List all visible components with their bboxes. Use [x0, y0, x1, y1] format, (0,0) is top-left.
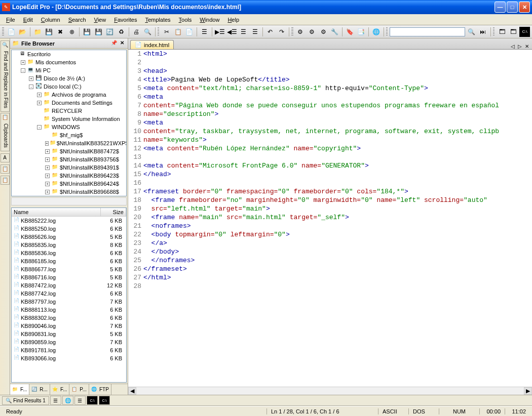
file-row[interactable]: 📄KB885626.log5 KB: [12, 233, 126, 241]
tab-prev-icon[interactable]: ◁: [510, 44, 516, 49]
file-row[interactable]: 📄KB888113.log6 KB: [12, 306, 126, 314]
tree-node[interactable]: +📁Documents and Settings: [12, 99, 126, 107]
save-disk-icon[interactable]: 💾: [82, 27, 92, 37]
expand-icon[interactable]: -: [21, 68, 25, 73]
mini-vtab-0[interactable]: A: [1, 153, 10, 162]
file-row[interactable]: 📄KB885836.log6 KB: [12, 249, 126, 257]
editor-tab[interactable]: 📄 index.html: [130, 40, 174, 49]
file-row[interactable]: 📄KB885222.log6 KB: [12, 217, 126, 225]
menu-view[interactable]: View: [90, 16, 110, 24]
paste-icon[interactable]: 📄: [184, 27, 195, 37]
tool-1-icon[interactable]: ⚙: [295, 27, 306, 37]
list-icon[interactable]: ☰: [199, 27, 210, 37]
undo-icon[interactable]: ↶: [265, 27, 276, 37]
menu-window[interactable]: Window: [196, 16, 223, 24]
toolbar-grip[interactable]: [493, 27, 495, 36]
bottom-btn-3-icon[interactable]: ☰: [74, 396, 86, 405]
expand-icon[interactable]: +: [45, 182, 50, 186]
maximize-button[interactable]: □: [507, 2, 518, 13]
menu-edit[interactable]: Edit: [19, 16, 37, 24]
browser-icon[interactable]: 🌐: [371, 27, 382, 37]
file-row[interactable]: 📄KB885835.log8 KB: [12, 241, 126, 249]
sidebar-tab-1[interactable]: 🔄R...: [29, 384, 50, 395]
tree-node[interactable]: +📁$NtUninstallKB835221WXP$: [12, 139, 126, 147]
tree-node[interactable]: +📁$NtUninstallKB893756$: [12, 155, 126, 163]
tool-2-icon[interactable]: ⚙: [307, 27, 317, 37]
bottom-btn-2-icon[interactable]: 🌐: [62, 396, 73, 405]
code-text[interactable]: <html> <head><title>Pagina Web de LopeSo…: [143, 50, 532, 387]
expand-icon[interactable]: +: [37, 101, 42, 105]
outdent-icon[interactable]: ◀☰: [226, 27, 238, 37]
file-row[interactable]: 📄KB886185.log6 KB: [12, 257, 126, 265]
menu-help[interactable]: Help: [223, 16, 243, 24]
file-row[interactable]: 📄KB886677.log5 KB: [12, 265, 126, 273]
expand-icon[interactable]: +: [45, 165, 50, 170]
file-row[interactable]: 📄KB887797.log7 KB: [12, 298, 126, 306]
expand-icon[interactable]: +: [45, 190, 50, 194]
file-row[interactable]: 📄KB891781.log6 KB: [12, 346, 126, 354]
scroll-right-icon[interactable]: ▶: [524, 387, 532, 395]
expand-icon[interactable]: +: [21, 60, 25, 65]
bookmark-nav-icon[interactable]: 📑: [356, 27, 366, 37]
window-1-icon[interactable]: 🗔: [497, 27, 507, 37]
menu-column[interactable]: Column: [37, 16, 64, 24]
menu-templates[interactable]: Templates: [141, 16, 174, 24]
tree-node[interactable]: +📁$NtUninstallKB894391$: [12, 163, 126, 172]
bookmark-icon[interactable]: 🔖: [345, 27, 355, 37]
tab-next-icon[interactable]: ▷: [517, 44, 523, 49]
file-row[interactable]: 📄KB890859.log7 KB: [12, 338, 126, 346]
bottom-terminal-2-icon[interactable]: C:\: [99, 396, 110, 405]
vtab-find-and-replace-in-files[interactable]: 🔍Find and Replace in Files: [1, 40, 10, 112]
tree-node[interactable]: 📁$hf_mig$: [12, 131, 126, 139]
menu-favorites[interactable]: Favorites: [110, 16, 141, 24]
toolbar-grip[interactable]: [158, 27, 160, 36]
col-name[interactable]: Name: [12, 208, 101, 216]
expand-icon[interactable]: -: [29, 85, 33, 89]
file-row[interactable]: 📄KB885250.log6 KB: [12, 225, 126, 233]
menu-file[interactable]: File: [2, 16, 19, 24]
vtab-clipboards[interactable]: 📋Clipboards: [1, 113, 10, 151]
redo-icon[interactable]: ↷: [276, 27, 287, 37]
bottom-terminal-1-icon[interactable]: C:\: [87, 396, 98, 405]
file-row[interactable]: 📄KB890046.log7 KB: [12, 322, 126, 330]
save-icon[interactable]: 💾: [44, 27, 54, 37]
tree-node[interactable]: 🖥Escritorio: [12, 50, 126, 58]
file-row[interactable]: 📄KB887742.log6 KB: [12, 289, 126, 298]
find-icon[interactable]: 🔍: [466, 27, 477, 37]
reload-icon[interactable]: ♻: [116, 27, 127, 37]
close-all-icon[interactable]: ⊗: [67, 27, 78, 37]
print-icon[interactable]: 🖨: [131, 27, 141, 37]
tree-node[interactable]: +📁$NtUninstallKB896423$: [12, 172, 126, 180]
indent-icon[interactable]: ▶☰: [214, 27, 225, 37]
file-row[interactable]: 📄KB893066.log6 KB: [12, 354, 126, 362]
mini-vtab-2[interactable]: 📋: [1, 176, 10, 185]
expand-icon[interactable]: +: [29, 76, 33, 81]
sidebar-tab-4[interactable]: 🌐FTP: [89, 384, 111, 395]
toolbar-grip[interactable]: [291, 27, 293, 36]
uncomment-icon[interactable]: ☰: [250, 27, 260, 37]
expand-icon[interactable]: +: [37, 93, 42, 97]
tree-node[interactable]: +📁$NtUninstallKB887472$: [12, 147, 126, 155]
expand-icon[interactable]: +: [45, 174, 50, 178]
tree-node[interactable]: 📁System Volume Information: [12, 115, 126, 123]
tree-node[interactable]: +📁Archivos de programa: [12, 91, 126, 99]
scroll-left-icon[interactable]: ◀: [128, 387, 136, 395]
file-row[interactable]: 📄KB890831.log5 KB: [12, 330, 126, 338]
toolbar-grip[interactable]: [2, 27, 4, 36]
sidebar-tab-3[interactable]: 📋P...: [69, 384, 89, 395]
file-list[interactable]: Name Size 📄KB885222.log6 KB📄KB885250.log…: [11, 207, 127, 383]
tree-node[interactable]: +📁$NtUninstallKB896688$: [12, 188, 126, 196]
tree-node[interactable]: 📁RECYCLER: [12, 107, 126, 115]
new-file-icon[interactable]: 📄: [6, 27, 17, 37]
mini-vtab-1[interactable]: 📋: [1, 164, 10, 174]
tree-hscroll[interactable]: [11, 197, 127, 205]
tree-node[interactable]: +💾Disco de 3½ (A:): [12, 74, 126, 82]
bottom-btn-1-icon[interactable]: ☰: [50, 396, 61, 405]
col-size[interactable]: Size: [101, 208, 126, 216]
open-icon[interactable]: 📂: [17, 27, 28, 37]
close-panel-icon[interactable]: ✕: [119, 40, 126, 47]
pin-icon[interactable]: 📌: [110, 40, 118, 47]
expand-icon[interactable]: +: [45, 157, 50, 162]
menu-search[interactable]: Search: [64, 16, 90, 24]
close-button[interactable]: ✕: [519, 2, 530, 13]
